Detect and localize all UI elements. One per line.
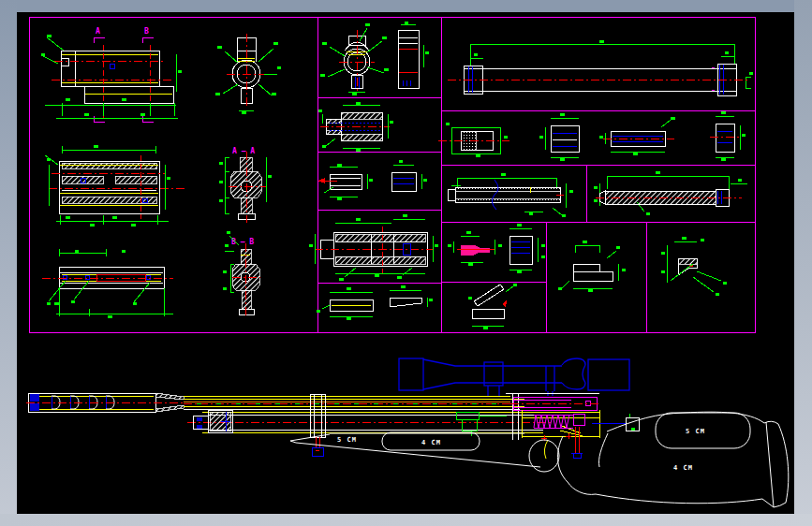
forend-label-1: 5 CM — [337, 436, 357, 444]
section-label-aa: A — A — [232, 147, 255, 155]
drawing-canvas[interactable]: A B — [0, 0, 812, 526]
frame-bottom — [0, 514, 812, 526]
butt-label-1: 5 CM — [686, 428, 705, 435]
cad-viewer-window: A B — [0, 0, 812, 526]
forend-label-2: 4 CM — [421, 439, 441, 446]
frame-left — [0, 0, 17, 526]
section-mark-b: B — [144, 27, 149, 36]
butt-label-2: 4 CM — [673, 464, 693, 472]
frame-top — [0, 0, 812, 12]
section-label-bb: B — B — [231, 238, 254, 246]
section-mark-a: A — [96, 27, 100, 36]
frame-right — [794, 0, 812, 526]
